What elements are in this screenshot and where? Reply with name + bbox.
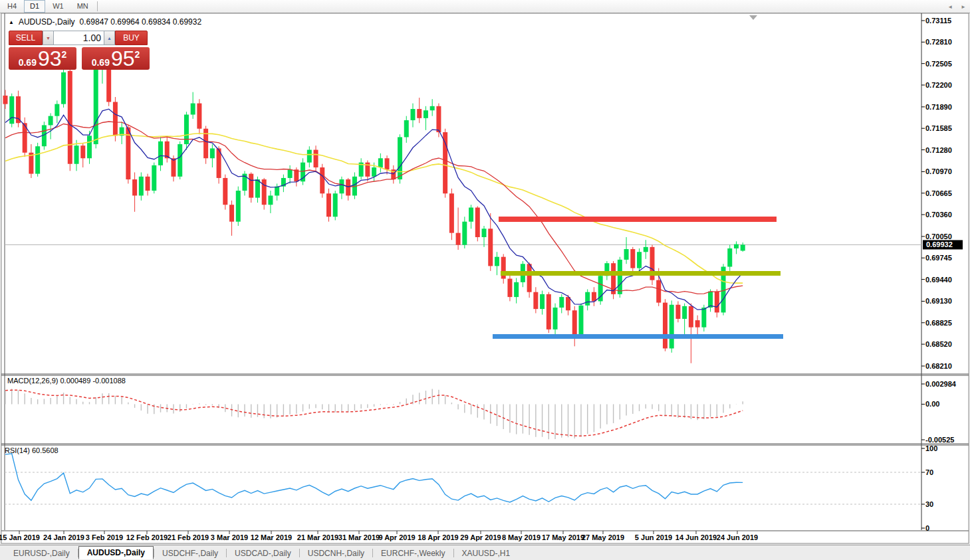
candle-body	[404, 120, 409, 137]
candle-body	[35, 146, 40, 173]
candle-body	[255, 179, 260, 198]
symbol-tab-eurchfweekly[interactable]: EURCHF-,Weekly	[373, 547, 453, 559]
date-axis-label: 29 Apr 2019	[460, 533, 501, 541]
candle-body	[87, 136, 92, 158]
collapse-triangle-icon[interactable]: ▲	[9, 19, 14, 25]
candle-body	[378, 158, 383, 167]
candle-body	[644, 247, 648, 252]
candle-body	[469, 207, 473, 221]
rsi-axis-label: 70	[925, 468, 933, 476]
rsi-axis-label: 0	[925, 524, 929, 532]
candle-body	[55, 104, 59, 116]
tab-scroll-right-icon[interactable]: ►	[961, 4, 966, 10]
candle-body	[68, 71, 72, 164]
buy-price-prefix: 0.69	[92, 57, 110, 68]
candle-body	[307, 150, 312, 163]
candle-body	[275, 187, 279, 196]
candle-body	[184, 115, 189, 145]
candle-body	[514, 282, 519, 297]
date-axis-label: 21 Mar 2019	[297, 533, 338, 541]
candle-body	[689, 306, 693, 327]
candle-body	[410, 109, 415, 120]
date-axis-label: 21 Feb 2019	[168, 533, 209, 541]
macd-axis-label: 0.00	[925, 400, 939, 408]
price-axis-label: 0.72810	[925, 38, 952, 46]
candle-body	[106, 66, 111, 102]
candle-body	[3, 96, 8, 104]
symbol-tab-eurusddaily[interactable]: EURUSD-,Daily	[5, 547, 78, 559]
candle-body	[9, 96, 14, 124]
volume-input[interactable]: 1.00	[54, 31, 104, 45]
candle-body	[146, 177, 150, 191]
price-axis-label: 0.70360	[925, 211, 952, 219]
candle-body	[630, 249, 635, 268]
price-axis-label: 0.73115	[925, 17, 951, 25]
candle-body	[314, 150, 318, 168]
macd-axis-label: 0.002984	[925, 380, 957, 388]
candle-body	[488, 229, 493, 266]
candle-body	[229, 205, 234, 221]
date-axis-label: 14 Jun 2019	[675, 533, 717, 541]
trade-panel-quotes: 0.69 93 2 0.69 95 2	[9, 47, 150, 70]
candle-body	[132, 179, 137, 195]
macd-indicator-label: MACD(12,26,9) 0.000489 -0.001088	[7, 377, 126, 385]
candle-body	[701, 308, 706, 327]
candle-body	[618, 260, 622, 294]
candle-body	[715, 292, 719, 313]
date-axis-label: 24 Jan 2019	[43, 533, 84, 541]
price-axis-label: 0.71890	[925, 103, 952, 111]
chart-canvas[interactable]: 0.731150.728100.725050.722000.718900.715…	[0, 0, 970, 560]
candle-body	[430, 106, 435, 110]
candle-body	[320, 167, 324, 193]
price-axis-label: 0.68520	[925, 340, 952, 348]
volume-decrease-button[interactable]: ▼	[43, 31, 54, 45]
candle-body	[566, 297, 570, 310]
candle-body	[669, 305, 674, 349]
candle-body	[449, 193, 454, 233]
candle-body	[572, 310, 577, 335]
symbol-tab-usdchfdaily[interactable]: USDCHF-,Daily	[154, 547, 226, 559]
candle-body	[223, 178, 227, 205]
candle-body	[592, 292, 596, 302]
candle-body	[708, 292, 713, 308]
candle-body	[158, 141, 163, 165]
tab-scroll-left-icon[interactable]: ◄	[947, 4, 953, 10]
candle-body	[546, 294, 551, 329]
trade-panel-controls: SELL ▼ 1.00 ▲ BUY	[9, 31, 150, 45]
candle-body	[74, 145, 79, 164]
sell-price-prefix: 0.69	[19, 57, 37, 68]
buy-quote-box[interactable]: 0.69 95 2	[82, 47, 150, 70]
symbol-tab-usdcaddaily[interactable]: USDCAD-,Daily	[227, 547, 299, 559]
candle-body	[152, 165, 156, 191]
sell-quote-box[interactable]: 0.69 93 2	[9, 47, 76, 70]
candle-body	[741, 244, 745, 250]
candle-body	[262, 179, 267, 205]
candle-body	[475, 207, 480, 237]
candle-body	[436, 106, 441, 132]
symbol-tab-audusddaily[interactable]: AUDUSD-,Daily	[78, 546, 154, 559]
price-axis-label: 0.72200	[925, 81, 952, 89]
candle-body	[178, 144, 182, 177]
buy-price-pips: 95	[111, 48, 135, 68]
price-axis-label: 0.68210	[925, 362, 952, 370]
sell-button[interactable]: SELL	[9, 31, 43, 45]
date-axis-label: 15 Jan 2019	[0, 533, 40, 541]
symbol-tab-usdcnhdaily[interactable]: USDCNH-,Daily	[300, 547, 372, 559]
candle-body	[249, 174, 253, 198]
buy-button[interactable]: BUY	[115, 31, 148, 45]
volume-increase-button[interactable]: ▲	[104, 31, 115, 45]
candle-body	[268, 195, 273, 205]
price-axis-label: 0.69130	[925, 297, 952, 305]
candle-body	[624, 249, 629, 260]
candle-body	[456, 233, 461, 245]
candle-body	[191, 104, 195, 115]
candle-body	[578, 306, 583, 336]
chart-title: ▲ AUDUSD-,Daily 0.69847 0.69964 0.69834 …	[9, 17, 201, 27]
symbol-tab-xauusdh1[interactable]: XAUUSD-,H1	[454, 547, 519, 559]
candle-body	[495, 257, 499, 266]
rsi-indicator-label: RSI(14) 60.5608	[5, 446, 59, 454]
candle-body	[171, 158, 176, 177]
candle-body	[553, 308, 558, 329]
date-axis-label: 3 Feb 2019	[86, 533, 123, 541]
candle-body	[372, 167, 376, 177]
